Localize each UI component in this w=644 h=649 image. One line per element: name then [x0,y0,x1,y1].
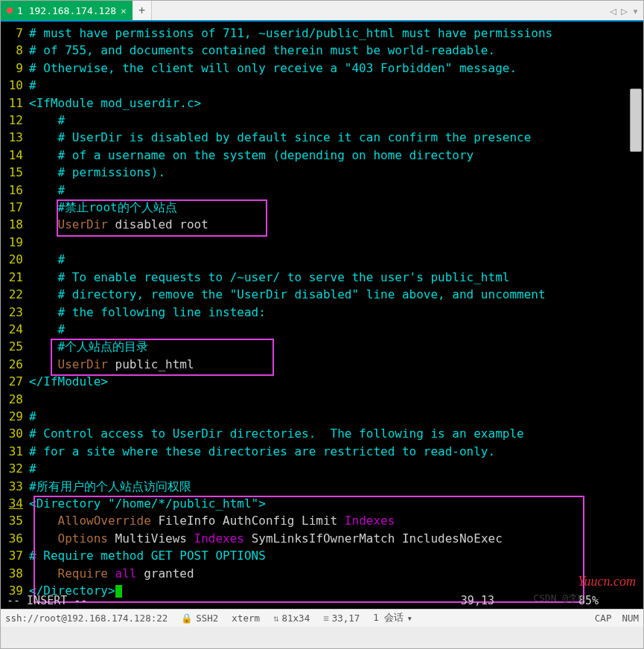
code-line: 20 # [1,251,643,268]
code-line: 38 Require all granted [1,565,643,582]
status-proto: 🔒SSH2 [181,613,218,624]
code-line: 9# Otherwise, the client will only recei… [1,60,643,77]
code-line: 16 # [1,182,643,199]
code-line: 33#所有用户的个人站点访问权限 [1,478,643,495]
lock-icon: 🔒 [181,613,193,624]
code-line: 21 # To enable requests to /~user/ to se… [1,269,643,286]
code-line: 27</IfModule> [1,373,643,390]
code-line: 18 UserDir disabled root [1,216,643,233]
status-term: xterm [232,613,260,624]
tab-nav: ◁ ▷ ▾ [610,1,639,22]
code-line: 37# Require method GET POST OPTIONS [1,547,643,564]
code-line: 26 UserDir public_html [1,356,643,373]
tab-prev-icon[interactable]: ◁ [610,4,616,18]
tab-title: 1 192.168.174.128 [17,5,116,16]
editor-area[interactable]: 7# must have permissions of 711, ~userid… [1,22,643,609]
chevron-down-icon: ▾ [407,613,412,624]
code-line: 11<IfModule mod_userdir.c> [1,95,643,112]
code-line: 10# [1,77,643,94]
tab-menu-icon[interactable]: ▾ [632,4,639,18]
status-session[interactable]: 1 会话 ▾ [373,612,412,624]
code-line: 25 #个人站点的目录 [1,338,643,355]
code-line: 7# must have permissions of 711, ~userid… [1,25,643,42]
vim-status-line: -- INSERT -- 39,13 85% CSDN @李H [1,592,643,609]
code-line: 8# of 755, and documents contained there… [1,42,643,59]
new-tab-button[interactable]: + [133,1,152,20]
vim-mode: -- INSERT -- [7,594,87,607]
close-icon[interactable]: × [121,5,127,16]
tab-bar: 1 192.168.174.128 × + ◁ ▷ ▾ [1,1,643,22]
status-connection: ssh://root@192.168.174.128:22 [5,613,168,624]
code-content: 7# must have permissions of 711, ~userid… [1,22,643,599]
vim-cursor-pos: 39,13 [461,594,494,607]
tab-active[interactable]: 1 192.168.174.128 × [1,1,133,20]
code-line: 35 AllowOverride FileInfo AuthConfig Lim… [1,512,643,529]
status-cap: CAP [595,613,612,624]
code-line: 19 [1,234,643,251]
code-line: 23 # the following line instead: [1,304,643,321]
code-line: 28 [1,391,643,408]
code-line: 31# for a site where these directories a… [1,443,643,460]
code-line: 24 # [1,321,643,338]
code-line: 32# [1,460,643,477]
code-line: 22 # directory, remove the "UserDir disa… [1,286,643,303]
status-size: 81x34 [273,613,310,624]
code-line: 36 Options MultiViews Indexes SymLinksIf… [1,530,643,547]
code-line: 30# Control access to UserDir directorie… [1,425,643,442]
watermark-text: Yuucn.com [578,574,636,589]
grip-icon [323,613,329,624]
status-bar: ssh://root@192.168.174.128:22 🔒SSH2 xter… [1,609,643,627]
code-line: 15 # permissions). [1,164,643,181]
resize-icon [273,613,279,624]
tab-next-icon[interactable]: ▷ [621,4,628,18]
code-line: 12 # [1,112,643,129]
tab-modified-dot [7,7,13,13]
faint-watermark: CSDN @李H [533,592,584,605]
code-line: 14 # of a username on the system (depend… [1,147,643,164]
code-line: 29# [1,408,643,425]
code-line: 34<Directory "/home/*/public_html"> [1,495,643,512]
status-cursor: 33,17 [323,613,360,624]
code-line: 17 #禁止root的个人站点 [1,199,643,216]
status-num: NUM [622,613,639,624]
code-line: 13 # UserDir is disabled by default sinc… [1,129,643,146]
